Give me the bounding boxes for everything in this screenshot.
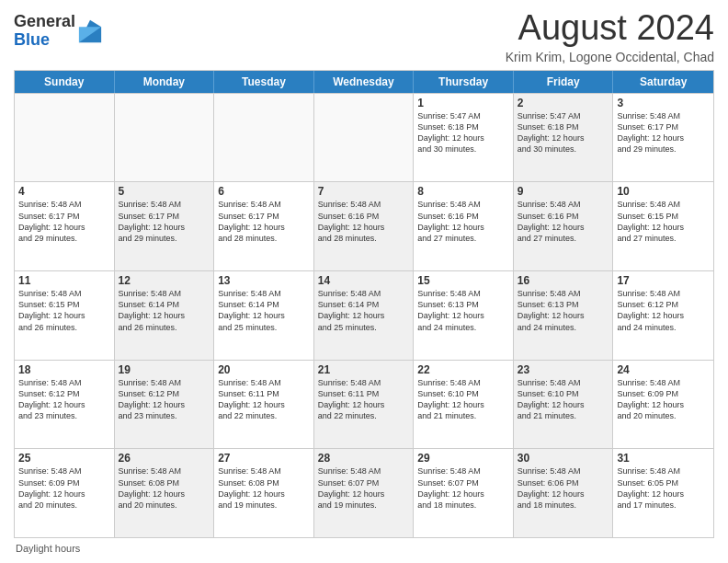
table-row: 17Sunrise: 5:48 AM Sunset: 6:12 PM Dayli…: [613, 271, 713, 360]
table-row: 13Sunrise: 5:48 AM Sunset: 6:14 PM Dayli…: [214, 271, 314, 360]
day-number: 27: [218, 452, 310, 465]
table-row: [314, 94, 415, 182]
day-number: 22: [417, 363, 509, 376]
day-number: 4: [18, 185, 110, 198]
day-info: Sunrise: 5:47 AM Sunset: 6:18 PM Dayligh…: [518, 110, 609, 155]
day-number: 24: [617, 363, 710, 376]
table-row: 22Sunrise: 5:48 AM Sunset: 6:10 PM Dayli…: [414, 361, 514, 449]
day-number: 28: [318, 452, 410, 465]
day-number: 8: [417, 185, 509, 198]
day-info: Sunrise: 5:48 AM Sunset: 6:14 PM Dayligh…: [218, 288, 310, 333]
header-day-sunday: Sunday: [15, 71, 115, 93]
table-row: 10Sunrise: 5:48 AM Sunset: 6:15 PM Dayli…: [613, 182, 713, 270]
calendar: SundayMondayTuesdayWednesdayThursdayFrid…: [14, 70, 714, 538]
day-number: 15: [417, 274, 509, 287]
day-info: Sunrise: 5:48 AM Sunset: 6:05 PM Dayligh…: [617, 465, 710, 511]
table-row: 1Sunrise: 5:47 AM Sunset: 6:18 PM Daylig…: [414, 94, 514, 182]
table-row: 31Sunrise: 5:48 AM Sunset: 6:05 PM Dayli…: [613, 449, 713, 537]
logo-text: General Blue: [14, 13, 75, 50]
day-info: Sunrise: 5:48 AM Sunset: 6:09 PM Dayligh…: [617, 377, 710, 422]
table-row: 12Sunrise: 5:48 AM Sunset: 6:14 PM Dayli…: [115, 271, 215, 360]
day-info: Sunrise: 5:48 AM Sunset: 6:16 PM Dayligh…: [518, 199, 609, 244]
table-row: 19Sunrise: 5:48 AM Sunset: 6:12 PM Dayli…: [115, 361, 215, 449]
logo: General Blue: [14, 13, 103, 50]
header-day-monday: Monday: [115, 71, 215, 93]
table-row: 16Sunrise: 5:48 AM Sunset: 6:13 PM Dayli…: [514, 271, 614, 360]
logo-general: General: [14, 12, 75, 30]
day-info: Sunrise: 5:48 AM Sunset: 6:17 PM Dayligh…: [18, 199, 110, 244]
table-row: 7Sunrise: 5:48 AM Sunset: 6:16 PM Daylig…: [314, 182, 415, 270]
day-number: 17: [617, 274, 710, 287]
day-number: 30: [518, 452, 609, 465]
day-number: 12: [119, 274, 210, 287]
calendar-row-4: 25Sunrise: 5:48 AM Sunset: 6:09 PM Dayli…: [15, 448, 713, 537]
table-row: 4Sunrise: 5:48 AM Sunset: 6:17 PM Daylig…: [15, 182, 115, 270]
day-info: Sunrise: 5:48 AM Sunset: 6:13 PM Dayligh…: [417, 288, 509, 333]
table-row: 25Sunrise: 5:48 AM Sunset: 6:09 PM Dayli…: [15, 449, 115, 537]
day-number: 5: [119, 185, 210, 198]
day-info: Sunrise: 5:48 AM Sunset: 6:10 PM Dayligh…: [518, 377, 609, 422]
day-number: 20: [218, 363, 310, 376]
day-info: Sunrise: 5:48 AM Sunset: 6:14 PM Dayligh…: [318, 288, 410, 333]
day-info: Sunrise: 5:47 AM Sunset: 6:18 PM Dayligh…: [417, 110, 509, 155]
day-number: 18: [18, 363, 110, 376]
table-row: 20Sunrise: 5:48 AM Sunset: 6:11 PM Dayli…: [214, 361, 314, 449]
day-info: Sunrise: 5:48 AM Sunset: 6:16 PM Dayligh…: [417, 199, 509, 244]
day-number: 2: [518, 97, 609, 109]
header-day-thursday: Thursday: [414, 71, 514, 93]
table-row: 28Sunrise: 5:48 AM Sunset: 6:07 PM Dayli…: [314, 449, 415, 537]
day-number: 6: [218, 185, 310, 198]
day-number: 19: [119, 363, 210, 376]
day-info: Sunrise: 5:48 AM Sunset: 6:08 PM Dayligh…: [218, 465, 310, 511]
table-row: 24Sunrise: 5:48 AM Sunset: 6:09 PM Dayli…: [613, 361, 713, 449]
table-row: 14Sunrise: 5:48 AM Sunset: 6:14 PM Dayli…: [314, 271, 415, 360]
header-day-friday: Friday: [514, 71, 614, 93]
day-number: 31: [617, 452, 710, 465]
day-info: Sunrise: 5:48 AM Sunset: 6:14 PM Dayligh…: [119, 288, 210, 333]
calendar-row-2: 11Sunrise: 5:48 AM Sunset: 6:15 PM Dayli…: [15, 270, 713, 360]
page: General Blue August 2024 Krim Krim, Logo…: [0, 0, 728, 563]
header: General Blue August 2024 Krim Krim, Logo…: [14, 9, 714, 64]
title-block: August 2024 Krim Krim, Logone Occidental…: [506, 9, 714, 64]
footer: Daylight hours: [14, 543, 714, 554]
day-number: 13: [218, 274, 310, 287]
day-number: 1: [417, 97, 509, 109]
day-info: Sunrise: 5:48 AM Sunset: 6:17 PM Dayligh…: [119, 199, 210, 244]
table-row: 9Sunrise: 5:48 AM Sunset: 6:16 PM Daylig…: [514, 182, 614, 270]
day-info: Sunrise: 5:48 AM Sunset: 6:08 PM Dayligh…: [119, 465, 210, 511]
table-row: 2Sunrise: 5:47 AM Sunset: 6:18 PM Daylig…: [514, 94, 614, 182]
table-row: 6Sunrise: 5:48 AM Sunset: 6:17 PM Daylig…: [214, 182, 314, 270]
day-info: Sunrise: 5:48 AM Sunset: 6:17 PM Dayligh…: [218, 199, 310, 244]
day-number: 7: [318, 185, 410, 198]
day-info: Sunrise: 5:48 AM Sunset: 6:13 PM Dayligh…: [518, 288, 609, 333]
day-info: Sunrise: 5:48 AM Sunset: 6:15 PM Dayligh…: [617, 199, 710, 244]
table-row: 3Sunrise: 5:48 AM Sunset: 6:17 PM Daylig…: [613, 94, 713, 182]
header-day-tuesday: Tuesday: [214, 71, 314, 93]
logo-icon: [77, 18, 103, 44]
table-row: 11Sunrise: 5:48 AM Sunset: 6:15 PM Dayli…: [15, 271, 115, 360]
location-title: Krim Krim, Logone Occidental, Chad: [506, 50, 714, 64]
table-row: [15, 94, 115, 182]
table-row: 21Sunrise: 5:48 AM Sunset: 6:11 PM Dayli…: [314, 361, 415, 449]
table-row: 30Sunrise: 5:48 AM Sunset: 6:06 PM Dayli…: [514, 449, 614, 537]
day-number: 10: [617, 185, 710, 198]
day-info: Sunrise: 5:48 AM Sunset: 6:12 PM Dayligh…: [617, 288, 710, 333]
day-number: 3: [617, 97, 710, 109]
day-number: 21: [318, 363, 410, 376]
month-title: August 2024: [506, 9, 714, 48]
day-info: Sunrise: 5:48 AM Sunset: 6:10 PM Dayligh…: [417, 377, 509, 422]
day-info: Sunrise: 5:48 AM Sunset: 6:09 PM Dayligh…: [18, 465, 110, 511]
day-number: 26: [119, 452, 210, 465]
table-row: [214, 94, 314, 182]
calendar-body: 1Sunrise: 5:47 AM Sunset: 6:18 PM Daylig…: [15, 93, 713, 537]
day-info: Sunrise: 5:48 AM Sunset: 6:17 PM Dayligh…: [617, 110, 710, 155]
day-info: Sunrise: 5:48 AM Sunset: 6:16 PM Dayligh…: [318, 199, 410, 244]
table-row: 18Sunrise: 5:48 AM Sunset: 6:12 PM Dayli…: [15, 361, 115, 449]
table-row: 23Sunrise: 5:48 AM Sunset: 6:10 PM Dayli…: [514, 361, 614, 449]
table-row: [115, 94, 215, 182]
day-number: 16: [518, 274, 609, 287]
day-info: Sunrise: 5:48 AM Sunset: 6:06 PM Dayligh…: [518, 465, 609, 511]
day-info: Sunrise: 5:48 AM Sunset: 6:12 PM Dayligh…: [18, 377, 110, 422]
calendar-header: SundayMondayTuesdayWednesdayThursdayFrid…: [15, 71, 713, 93]
logo-blue: Blue: [14, 30, 50, 49]
